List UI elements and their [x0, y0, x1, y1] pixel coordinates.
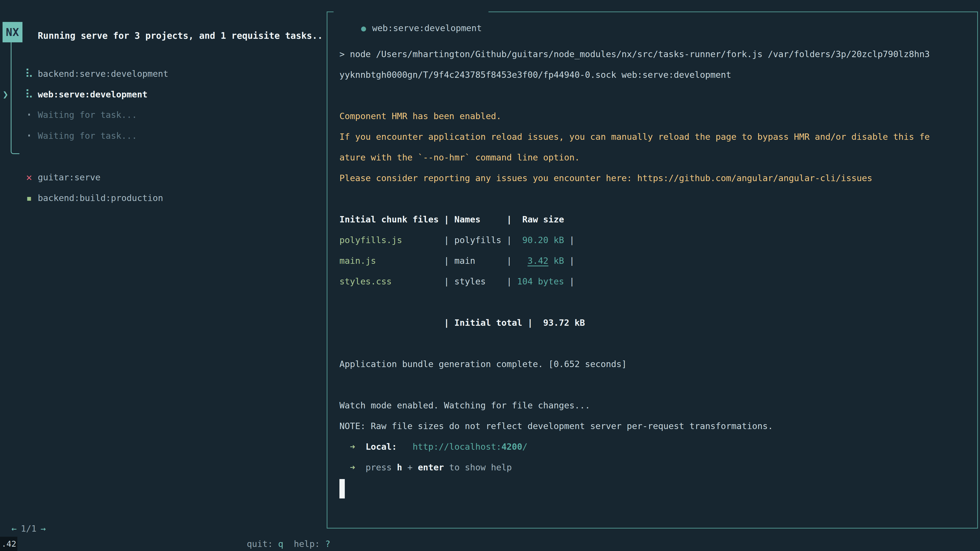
terminal-line — [339, 478, 969, 499]
terminal-text-segment: + — [402, 462, 418, 472]
terminal-text-segment — [397, 441, 412, 452]
terminal-text-segment — [512, 256, 528, 266]
terminal-line — [339, 375, 969, 395]
pager-prev-icon[interactable]: ← — [11, 524, 17, 534]
terminal-line: If you encounter application reload issu… — [339, 127, 969, 147]
terminal-text-segment: to show help — [444, 462, 512, 472]
terminal-text-segment: Local: — [366, 441, 397, 452]
terminal-text-segment: Initial chunk files | Names | Raw size — [339, 214, 564, 224]
terminal-line: NOTE: Raw file sizes do not reflect deve… — [339, 416, 969, 437]
pager: ←1/1→ — [11, 521, 46, 536]
task-spinner-icon: ⠧ — [22, 66, 36, 81]
terminal-text-segment: Watch mode enabled. Watching for file ch… — [339, 400, 590, 410]
task-row-backend-serve[interactable]: ⠧ backend:serve:development — [0, 66, 327, 81]
help-key: ? — [325, 539, 330, 549]
terminal-text-segment: yyknnbtgh0000gn/T/9f4c243785f8453e3f00/f… — [339, 70, 731, 80]
terminal-text-segment: > node /Users/mhartington/Github/guitars… — [339, 49, 930, 59]
page-title: Running serve for 3 projects, and 1 requ… — [38, 28, 323, 43]
terminal-text-segment: Please consider reporting any issues you… — [339, 173, 872, 183]
terminal-text-segment: kB — [549, 256, 564, 266]
pager-next-icon[interactable]: → — [41, 524, 46, 534]
terminal-text-segment: polyfills.js — [339, 235, 444, 245]
terminal-line: Application bundle generation complete. … — [339, 354, 969, 375]
terminal-text-segment: 3.42 — [528, 256, 549, 266]
terminal-text-segment: | Initial total | 93.72 kB — [339, 318, 585, 328]
quit-key: q — [278, 539, 283, 549]
task-error-icon: ✕ — [22, 170, 36, 185]
terminal-output[interactable]: > node /Users/mhartington/Github/guitars… — [328, 12, 977, 528]
terminal-text-segment: Application bundle generation complete. … — [339, 359, 627, 369]
terminal-cursor — [339, 479, 345, 499]
task-row-guitar-serve[interactable]: ✕ guitar:serve — [0, 170, 327, 185]
task-pending-dot-icon: · — [22, 107, 36, 122]
key-hints: quit: q help: ? — [226, 521, 330, 536]
terminal-line — [339, 333, 969, 354]
task-label: guitar:serve — [38, 170, 100, 185]
terminal-line: polyfills.js | polyfills | 90.20 kB | — [339, 230, 969, 251]
terminal-line: ➜ press h + enter to show help — [339, 457, 969, 478]
terminal-line: Watch mode enabled. Watching for file ch… — [339, 395, 969, 416]
terminal-line: Component HMR has been enabled. — [339, 106, 969, 127]
task-row-web-serve[interactable]: ❯ ⠧ web:serve:development — [0, 87, 327, 102]
terminal-line: > node /Users/mhartington/Github/guitars… — [339, 44, 969, 65]
terminal-text-segment — [339, 462, 350, 472]
terminal-text-segment: | main | — [444, 256, 512, 266]
terminal-text-segment: 104 bytes — [512, 276, 564, 286]
nx-logo: NX — [3, 22, 22, 42]
terminal-text-segment: | — [564, 276, 574, 286]
terminal-text-segment: | — [564, 256, 574, 266]
terminal-text-segment: / — [522, 441, 528, 452]
terminal-line — [339, 85, 969, 106]
terminal-text-segment — [355, 462, 366, 472]
task-success-icon: ▪ — [22, 190, 36, 206]
terminal-text-segment: h — [397, 462, 402, 472]
hint-spacer — [283, 539, 294, 549]
terminal-text-segment: enter — [418, 462, 444, 472]
terminal-line: styles.css | styles | 104 bytes | — [339, 271, 969, 292]
task-label: backend:serve:development — [38, 66, 169, 81]
sidebar: NX Running serve for 3 projects, and 1 r… — [0, 0, 327, 551]
terminal-line: Please consider reporting any issues you… — [339, 168, 969, 189]
pager-count: 1/1 — [21, 524, 36, 534]
quit-hint-label: quit: — [247, 539, 278, 549]
terminal-text-segment: 4200 — [501, 441, 522, 452]
terminal-text-segment — [339, 441, 350, 452]
task-spinner-icon: ⠧ — [22, 87, 36, 102]
terminal-line: ➜ Local: http://localhost:4200/ — [339, 437, 969, 457]
task-row-waiting-1[interactable]: · Waiting for task... — [0, 107, 327, 122]
task-label: Waiting for task... — [38, 107, 137, 122]
selected-task-arrow-icon: ❯ — [3, 87, 8, 102]
terminal-text-segment: ature with the `--no-hmr` command line o… — [339, 152, 580, 162]
terminal-text-segment: | styles | — [444, 276, 512, 286]
terminal-text-segment: styles.css — [339, 276, 444, 286]
log-panel: ●web:serve:development > node /Users/mha… — [327, 11, 978, 529]
terminal-line — [339, 292, 969, 313]
help-hint-label: help: — [294, 539, 325, 549]
terminal-text-segment: NOTE: Raw file sizes do not reflect deve… — [339, 421, 773, 431]
terminal-line: | Initial total | 93.72 kB — [339, 313, 969, 333]
terminal-text-segment: Component HMR has been enabled. — [339, 111, 501, 121]
task-row-waiting-2[interactable]: · Waiting for task... — [0, 128, 327, 143]
terminal-text-segment: http://localhost: — [413, 441, 501, 452]
terminal-line: main.js | main | 3.42 kB | — [339, 251, 969, 271]
terminal-text-segment: 90.20 kB — [512, 235, 564, 245]
task-pending-dot-icon: · — [22, 128, 36, 143]
terminal-line — [339, 189, 969, 209]
stray-fragment: .42 — [0, 537, 18, 551]
terminal-line: yyknnbtgh0000gn/T/9f4c243785f8453e3f00/f… — [339, 65, 969, 85]
task-label: backend:build:production — [38, 190, 163, 206]
terminal-text-segment — [355, 441, 366, 452]
terminal-line: Initial chunk files | Names | Raw size — [339, 209, 969, 230]
terminal-text-segment: ➜ — [350, 462, 355, 472]
terminal-text-segment: press — [366, 462, 397, 472]
task-label: Waiting for task... — [38, 128, 137, 143]
terminal-text-segment: main.js — [339, 256, 444, 266]
terminal-text-segment: If you encounter application reload issu… — [339, 132, 930, 142]
task-row-backend-build[interactable]: ▪ backend:build:production — [0, 190, 327, 206]
terminal-text-segment: ➜ — [350, 441, 355, 452]
terminal-line: ature with the `--no-hmr` command line o… — [339, 147, 969, 168]
task-label: web:serve:development — [38, 87, 148, 102]
terminal-text-segment: | polyfills | — [444, 235, 512, 245]
terminal-text-segment: | — [564, 235, 574, 245]
